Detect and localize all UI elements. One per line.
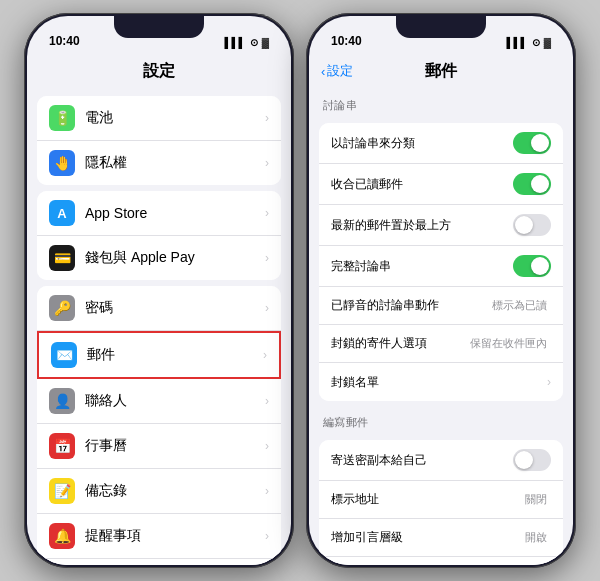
- back-label: 設定: [327, 62, 353, 80]
- battery-icon: ▓: [262, 37, 269, 48]
- row-label: 收合已讀郵件: [331, 176, 513, 193]
- battery-icon-r: ▓: [544, 37, 551, 48]
- wallet-icon-box: 💳: [49, 245, 75, 271]
- settings-list-left: 🔋 電池 › 🤚 隱私權 › A App Store › 💳: [27, 90, 291, 565]
- time-right: 10:40: [331, 34, 362, 48]
- signal-icon: ▌▌▌: [224, 37, 245, 48]
- chevron-icon: ›: [265, 484, 269, 498]
- time-left: 10:40: [49, 34, 80, 48]
- list-item[interactable]: A App Store ›: [37, 191, 281, 236]
- list-item[interactable]: 封鎖的寄件人選項 保留在收件匣內: [319, 325, 563, 363]
- list-item[interactable]: 👤 聯絡人 ›: [37, 379, 281, 424]
- row-value: 標示為已讀: [492, 298, 547, 313]
- privacy-icon-box: 🤚: [49, 150, 75, 176]
- list-item[interactable]: 📝 備忘錄 ›: [37, 469, 281, 514]
- chevron-icon: ›: [265, 156, 269, 170]
- list-item[interactable]: 完整討論串: [319, 246, 563, 287]
- left-screen: 10:40 ▌▌▌ ⊙ ▓ 設定 🔋 電池 › 🤚 隱私權: [27, 16, 291, 565]
- notes-icon-box: 📝: [49, 478, 75, 504]
- row-label: 電池: [85, 109, 265, 127]
- row-label: 標示地址: [331, 491, 525, 508]
- list-item[interactable]: 已靜音的討論串動作 標示為已讀: [319, 287, 563, 325]
- list-item[interactable]: 標示地址 關閉: [319, 481, 563, 519]
- chevron-icon: ›: [265, 111, 269, 125]
- row-label: 郵件: [87, 346, 263, 364]
- page-title-right: 郵件: [425, 61, 457, 82]
- section-label-composing: 編寫郵件: [309, 407, 573, 434]
- mail-row-highlighted[interactable]: ✉️ 郵件 ›: [37, 331, 281, 379]
- row-value: 關閉: [525, 492, 547, 507]
- row-label: 寄送密副本給自己: [331, 452, 513, 469]
- group-apps: 🔑 密碼 › ✉️ 郵件 › 👤 聯絡人 › 📅 行事曆: [37, 286, 281, 565]
- wifi-icon: ⊙: [250, 37, 258, 48]
- group-composing: 寄送密副本給自己 標示地址 關閉 增加引言層級 開啟 在回覆中加入附件 加入收件…: [319, 440, 563, 565]
- chevron-icon: ›: [265, 251, 269, 265]
- back-chevron-icon: ‹: [321, 64, 325, 79]
- row-value: 開啟: [525, 530, 547, 545]
- list-item[interactable]: 🔔 提醒事項 ›: [37, 514, 281, 559]
- list-item[interactable]: 🔑 密碼 ›: [37, 286, 281, 331]
- section-threading: 討論串 以討論串來分類 收合已讀郵件 最新的郵件置於最上方: [309, 90, 573, 401]
- chevron-icon: ›: [265, 394, 269, 408]
- toggle-collapse-read[interactable]: [513, 173, 551, 195]
- signal-icon-r: ▌▌▌: [506, 37, 527, 48]
- list-item[interactable]: 📅 行事曆 ›: [37, 424, 281, 469]
- right-phone: 10:40 ▌▌▌ ⊙ ▓ ‹ 設定 郵件 討論串 以討論串來分類: [306, 13, 576, 568]
- mail-settings-content: 討論串 以討論串來分類 收合已讀郵件 最新的郵件置於最上方: [309, 90, 573, 565]
- back-button[interactable]: ‹ 設定: [321, 62, 353, 80]
- row-label: App Store: [85, 205, 265, 221]
- left-phone: 10:40 ▌▌▌ ⊙ ▓ 設定 🔋 電池 › 🤚 隱私權: [24, 13, 294, 568]
- row-label: 以討論串來分類: [331, 135, 513, 152]
- toggle-complete-thread[interactable]: [513, 255, 551, 277]
- list-item[interactable]: 🎙️ 語音備忘錄 ›: [37, 559, 281, 565]
- section-composing: 編寫郵件 寄送密副本給自己 標示地址 關閉 增加引言層級 開啟: [309, 407, 573, 565]
- row-label: 封鎖的寄件人選項: [331, 335, 470, 352]
- group-threading: 以討論串來分類 收合已讀郵件 最新的郵件置於最上方 完整討論串: [319, 123, 563, 401]
- row-label: 行事曆: [85, 437, 265, 455]
- row-value: 保留在收件匣內: [470, 336, 547, 351]
- group-top: 🔋 電池 › 🤚 隱私權 ›: [37, 96, 281, 185]
- row-label: 聯絡人: [85, 392, 265, 410]
- chevron-icon: ›: [265, 301, 269, 315]
- list-item[interactable]: 收合已讀郵件: [319, 164, 563, 205]
- list-item[interactable]: 最新的郵件置於最上方: [319, 205, 563, 246]
- right-screen: 10:40 ▌▌▌ ⊙ ▓ ‹ 設定 郵件 討論串 以討論串來分類: [309, 16, 573, 565]
- wifi-icon-r: ⊙: [532, 37, 540, 48]
- nav-bar-right: ‹ 設定 郵件: [309, 52, 573, 90]
- chevron-icon: ›: [265, 529, 269, 543]
- list-item[interactable]: 封鎖名單 ›: [319, 363, 563, 401]
- list-item[interactable]: 🤚 隱私權 ›: [37, 141, 281, 185]
- row-label: 錢包與 Apple Pay: [85, 249, 265, 267]
- notch: [114, 16, 204, 38]
- row-label: 隱私權: [85, 154, 265, 172]
- row-label: 已靜音的討論串動作: [331, 297, 492, 314]
- chevron-icon: ›: [265, 439, 269, 453]
- chevron-icon: ›: [265, 206, 269, 220]
- reminders-icon-box: 🔔: [49, 523, 75, 549]
- toggle-newest-top[interactable]: [513, 214, 551, 236]
- list-item[interactable]: 寄送密副本給自己: [319, 440, 563, 481]
- row-label: 密碼: [85, 299, 265, 317]
- row-label: 備忘錄: [85, 482, 265, 500]
- chevron-icon: ›: [263, 348, 267, 362]
- mail-icon-box: ✉️: [51, 342, 77, 368]
- section-label-threading: 討論串: [309, 90, 573, 117]
- list-item[interactable]: 💳 錢包與 Apple Pay ›: [37, 236, 281, 280]
- row-label: 封鎖名單: [331, 374, 547, 391]
- row-label: 最新的郵件置於最上方: [331, 217, 513, 234]
- row-label: 完整討論串: [331, 258, 513, 275]
- contacts-icon-box: 👤: [49, 388, 75, 414]
- status-icons-right: ▌▌▌ ⊙ ▓: [506, 37, 551, 48]
- nav-bar-left: 設定: [27, 52, 291, 90]
- toggle-sort-by-thread[interactable]: [513, 132, 551, 154]
- toggle-send-copy[interactable]: [513, 449, 551, 471]
- list-item[interactable]: 增加引言層級 開啟: [319, 519, 563, 557]
- list-item[interactable]: 在回覆中加入附件 加入收件人時: [319, 557, 563, 565]
- list-item[interactable]: 以討論串來分類: [319, 123, 563, 164]
- list-item[interactable]: 🔋 電池 ›: [37, 96, 281, 141]
- row-label: 提醒事項: [85, 527, 265, 545]
- page-title-left: 設定: [143, 61, 175, 82]
- row-label: 增加引言層級: [331, 529, 525, 546]
- notch-right: [396, 16, 486, 38]
- password-icon-box: 🔑: [49, 295, 75, 321]
